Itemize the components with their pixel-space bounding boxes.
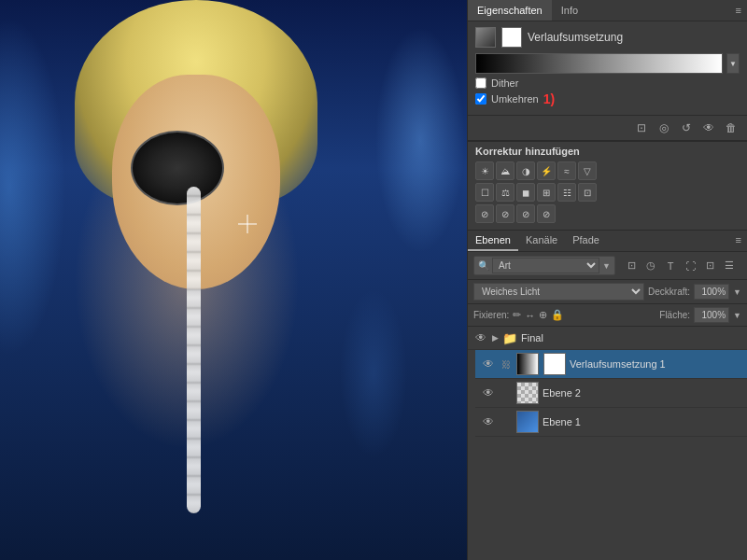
lock-icon-move[interactable]: ↔ (525, 310, 535, 321)
eye-icon-ebene1[interactable]: 👁 (481, 414, 496, 429)
tab-eigenschaften[interactable]: Eigenschaften (468, 0, 552, 21)
layer-icon-clock[interactable]: ◷ (642, 258, 659, 274)
gradient-header: Verlaufsumsetzung (475, 27, 740, 48)
layer-icon-type[interactable]: T (662, 258, 679, 274)
adj-icons-row-2: ☐ ⚖ ◼ ⊞ ☷ ⊡ (475, 183, 740, 202)
umkehren-label: Umkehren (491, 93, 539, 105)
gradient-bar-container: ▼ (475, 53, 740, 74)
layers-controls: 🔍 Art Name Effekt ▼ ⊡ ◷ T ⛶ ⊡ ☰ (468, 252, 747, 280)
layers-list: 👁 ▶ 📁 Final 👁 ⛓ Verlaufsumsetzung 1 👁 Eb… (468, 327, 747, 560)
toolbar-icon-mask[interactable]: ⊡ (633, 119, 650, 136)
layer-row-verlauf[interactable]: 👁 ⛓ Verlaufsumsetzung 1 (475, 350, 747, 379)
lock-icon-artboard[interactable]: ⊕ (539, 309, 547, 321)
toolbar-icon-trash[interactable]: 🗑 (723, 119, 740, 136)
group-arrow-final[interactable]: ▶ (492, 333, 499, 343)
canvas-area (0, 0, 467, 560)
toolbar-icon-eye[interactable]: 👁 (700, 119, 717, 136)
adj-icon-colorlookup[interactable]: ☷ (557, 183, 576, 202)
toolbar-icon-undo[interactable]: ↺ (678, 119, 695, 136)
adj-icon-photofilter[interactable]: ◼ (516, 183, 535, 202)
opacity-arrow[interactable]: ▼ (733, 287, 741, 297)
fläche-label: Fläche: (659, 310, 690, 320)
adj-icon-selectivecolor[interactable]: ⊘ (537, 204, 556, 223)
tab-pfade[interactable]: Pfade (565, 231, 607, 251)
tab-info[interactable]: Info (552, 0, 587, 21)
adj-icon-brightness[interactable]: ☀ (475, 161, 494, 180)
adj-icon-gradient-map[interactable]: ⊘ (516, 204, 535, 223)
dither-label: Dither (491, 77, 518, 89)
thumb-verlauf-gradient (516, 353, 539, 375)
opacity-input[interactable] (694, 284, 729, 300)
layers-panel-menu[interactable]: ≡ (730, 231, 747, 251)
search-icon: 🔍 (478, 260, 489, 271)
layer-icon-filter[interactable]: ☰ (721, 258, 738, 274)
dither-row: Dither (475, 77, 740, 89)
adj-icon-hsl[interactable]: ▽ (578, 161, 597, 180)
layer-icon-link[interactable]: ⊡ (623, 258, 640, 274)
portrait-eye-mask (131, 131, 224, 205)
chain-icon-verlauf[interactable]: ⛓ (500, 357, 513, 371)
properties-toolbar: ⊡ ◎ ↺ 👁 🗑 (468, 115, 747, 141)
right-panel: Eigenschaften Info ≡ Verlaufsumsetzung ▼… (467, 0, 747, 560)
chain-icon-ebene2[interactable] (500, 386, 513, 399)
properties-content: Verlaufsumsetzung ▼ Dither Umkehren 1) (468, 21, 747, 115)
adj-icon-posterize[interactable]: ⊘ (475, 204, 494, 223)
opacity-label: Deckkraft: (648, 287, 690, 297)
adj-icon-levels[interactable]: ◑ (516, 161, 535, 180)
fläche-input[interactable] (694, 307, 729, 323)
lock-icon-draw[interactable]: ✏ (513, 309, 521, 321)
properties-panel-menu[interactable]: ≡ (730, 0, 747, 21)
gradient-bar[interactable] (475, 53, 723, 74)
red-marker: 1) (543, 91, 555, 106)
layer-name-ebene2: Ebene 2 (543, 387, 741, 399)
eye-icon-ebene2[interactable]: 👁 (481, 385, 496, 400)
layer-row-ebene2[interactable]: 👁 Ebene 2 (475, 379, 747, 408)
adj-icons-row-3: ⊘ ⊘ ⊘ ⊘ (475, 204, 740, 223)
adjustments-title: Korrektur hinzufügen (475, 146, 740, 157)
layer-name-verlauf: Verlaufsumsetzung 1 (570, 358, 741, 370)
chain-icon-ebene1[interactable] (500, 415, 513, 428)
layer-filter-select[interactable]: Art Name Effekt (492, 258, 599, 273)
lock-row: Fixieren: ✏ ↔ ⊕ 🔒 Fläche: ▼ (468, 304, 747, 327)
layer-name-final: Final (521, 332, 741, 343)
layer-icon-white (501, 27, 522, 48)
layer-name-ebene1: Ebene 1 (543, 416, 741, 427)
dither-checkbox[interactable] (475, 77, 486, 89)
layer-group-final[interactable]: 👁 ▶ 📁 Final (468, 327, 747, 350)
adj-icon-vibrance[interactable]: ≈ (557, 161, 576, 180)
lock-label: Fixieren: (473, 310, 509, 320)
canvas-image (0, 0, 467, 560)
layer-search-box: 🔍 Art Name Effekt ▼ (473, 256, 615, 275)
adj-icon-threshold[interactable]: ⊘ (496, 204, 514, 223)
tab-kanäle[interactable]: Kanäle (518, 231, 565, 251)
tab-ebenen[interactable]: Ebenen (468, 231, 518, 251)
filter-arrow: ▼ (602, 261, 611, 271)
adj-icon-blackwhite[interactable]: ⚖ (496, 183, 514, 202)
blend-mode-select[interactable]: Weiches Licht Normal Multiplizieren Nega… (473, 283, 644, 301)
lock-icon-all[interactable]: 🔒 (551, 309, 564, 321)
folder-icon-final: 📁 (502, 331, 517, 345)
thumb-ebene1 (516, 411, 539, 433)
layer-icon-shape[interactable]: ⛶ (682, 258, 698, 274)
gradient-dropdown-btn[interactable]: ▼ (726, 53, 740, 74)
portrait-pearls (187, 187, 201, 513)
umkehren-checkbox[interactable] (475, 93, 486, 105)
eye-icon-verlauf[interactable]: 👁 (481, 357, 496, 371)
layer-row-ebene1[interactable]: 👁 Ebene 1 (475, 408, 747, 437)
adj-icon-exposure[interactable]: ⚡ (537, 161, 556, 180)
layer-icon-black (475, 27, 496, 48)
adj-icon-invert[interactable]: ⊡ (578, 183, 597, 202)
eye-icon-final[interactable]: 👁 (473, 330, 488, 345)
toolbar-icon-visibility[interactable]: ◎ (655, 119, 672, 136)
thumb-ebene2 (516, 382, 539, 404)
fläche-arrow[interactable]: ▼ (733, 311, 741, 320)
adj-icon-channelmixer[interactable]: ⊞ (537, 183, 556, 202)
adj-icon-colorbalance[interactable]: ☐ (475, 183, 494, 202)
layers-panel: Ebenen Kanäle Pfade ≡ 🔍 Art Name Effekt … (468, 231, 747, 560)
properties-panel: Eigenschaften Info ≡ Verlaufsumsetzung ▼… (468, 0, 747, 142)
layers-tabs: Ebenen Kanäle Pfade ≡ (468, 231, 747, 252)
adj-icon-curves[interactable]: ⛰ (496, 161, 514, 180)
layer-icon-smart[interactable]: ⊡ (701, 258, 718, 274)
thumb-verlauf-mask (543, 353, 566, 375)
umkehren-row: Umkehren 1) (475, 91, 740, 106)
